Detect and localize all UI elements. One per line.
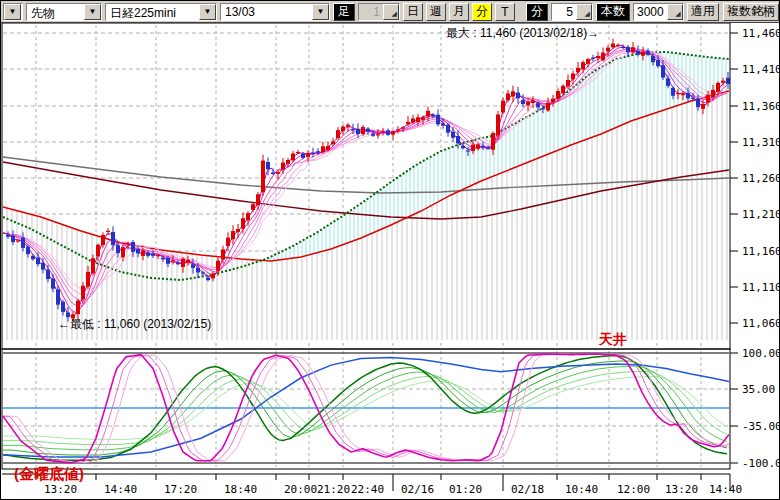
axis-label: 11,210 (742, 208, 780, 221)
axis-label: 11,360 (742, 100, 780, 113)
period-button-日[interactable]: 日 (403, 3, 423, 21)
axis-label: 11,310 (742, 136, 780, 149)
axis-label: 10:40 (565, 483, 598, 496)
axis-label: 13:20 (44, 483, 77, 496)
min-price-annotation: ←最低 : 11,060 (2013/02/15) (58, 316, 211, 333)
axis-label: 11,460 (742, 27, 780, 40)
axis-label: 11,410 (742, 63, 780, 76)
ceiling-annotation: 天井 (599, 331, 627, 349)
minutes-value: 5 (552, 4, 576, 20)
bar-count-label: 本数 (596, 3, 630, 21)
spinner-icon[interactable]: ◢ (667, 4, 683, 20)
trading-app-window: ▼ 先物 ▼ 日経225mini ▼ 13/03 ▼ 足 1 ◢ 日週月分T 分… (0, 0, 780, 500)
max-price-annotation: 最大 : 11,460 (2013/02/18)→ (446, 25, 599, 42)
axis-label: 22:40 (351, 483, 384, 496)
axis-label: 11,260 (742, 172, 780, 185)
period-button-週[interactable]: 週 (426, 3, 446, 21)
period-button-T[interactable]: T (495, 3, 515, 21)
symbol-combo[interactable]: 日経225mini ▼ (105, 3, 217, 21)
axis-label: 11,060 (742, 317, 780, 330)
multi-symbol-button[interactable]: 複数銘柄 (723, 3, 779, 21)
period-button-分[interactable]: 分 (472, 3, 492, 21)
chart-toolbar: ▼ 先物 ▼ 日経225mini ▼ 13/03 ▼ 足 1 ◢ 日週月分T 分… (1, 1, 780, 23)
axis-label: 12:00 (617, 483, 650, 496)
period-button-月[interactable]: 月 (449, 3, 469, 21)
axis-label: 02/16 (401, 483, 434, 496)
chevron-down-icon[interactable]: ▼ (4, 4, 21, 20)
spinner-icon[interactable]: ◢ (576, 4, 592, 20)
axis-label: 01:20 (449, 483, 482, 496)
axis-label: 100.00 (742, 347, 780, 360)
axis-label: -35.00 (742, 420, 780, 433)
minutes-spinner[interactable]: 5 ◢ (551, 3, 593, 21)
axis-label: -100.00 (742, 457, 780, 470)
friday-bottom-annotation: (金曜底値) (14, 465, 84, 484)
axis-label: 17:20 (164, 483, 197, 496)
chevron-down-icon[interactable]: ▼ (199, 4, 216, 20)
axis-label: 14:40 (709, 483, 742, 496)
apply-button[interactable]: 適用 (687, 3, 719, 21)
chevron-down-icon[interactable]: ▼ (84, 4, 101, 20)
symbol-value: 日経225mini (106, 4, 199, 20)
spinner-icon[interactable]: ◢ (383, 4, 399, 20)
axis-label: 21:20 (317, 483, 350, 496)
axis-label: 11,160 (742, 245, 780, 258)
axis-label: 14:40 (104, 483, 137, 496)
bar-interval-value: 1 (359, 4, 383, 20)
symbol-type-value: 先物 (27, 4, 84, 20)
axis-label: 11,110 (742, 281, 780, 294)
bar-count-value: 3000 (634, 4, 667, 20)
axis-label: 20:00 (284, 483, 317, 496)
minutes-label: 分 (526, 3, 548, 21)
bar-count-spinner[interactable]: 3000 ◢ (633, 3, 684, 21)
axis-label: 13:20 (665, 483, 698, 496)
chevron-down-icon[interactable]: ▼ (312, 4, 329, 20)
axis-label: 18:40 (224, 483, 257, 496)
symbol-type-combo[interactable]: 先物 ▼ (26, 3, 102, 21)
axis-label: 02/18 (511, 483, 544, 496)
contract-month-combo[interactable]: 13/03 ▼ (220, 3, 330, 21)
chart-canvas[interactable]: 11,46011,41011,36011,31011,26011,21011,1… (1, 23, 780, 500)
period-button-group: 日週月分T (403, 3, 515, 21)
contract-month-value: 13/03 (221, 4, 312, 20)
axis-label: 35.00 (742, 383, 775, 396)
mini-symbol-combo[interactable]: ▼ (3, 3, 23, 21)
bar-type-label: 足 (333, 3, 355, 21)
bar-interval-spinner[interactable]: 1 ◢ (358, 3, 400, 21)
